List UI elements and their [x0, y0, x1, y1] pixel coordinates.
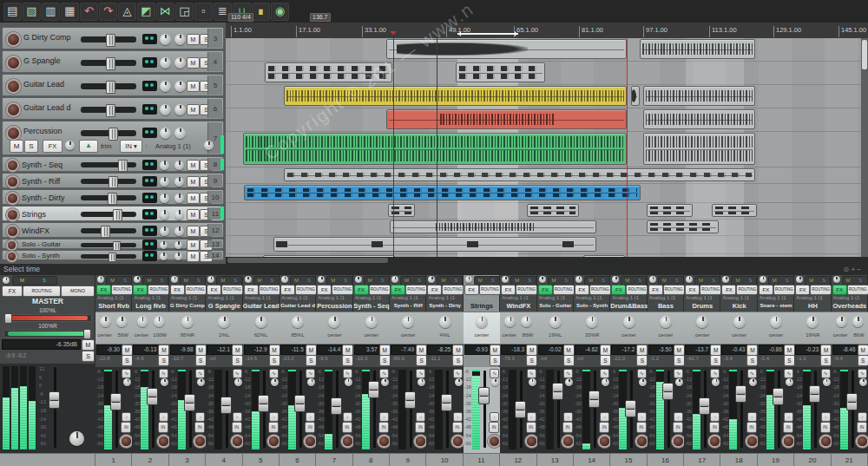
strip-solo-button[interactable]: S: [306, 355, 317, 366]
width-knob[interactable]: [174, 128, 186, 139]
width-knob[interactable]: [174, 226, 184, 236]
pan-knob[interactable]: [160, 177, 169, 187]
strip-fader-track[interactable]: [740, 371, 743, 448]
strip-fader-cap[interactable]: [258, 395, 269, 412]
mixer-strip-overheads[interactable]: MSFXROUTINGAnalog 1 (1Overheadscenter86W…: [832, 275, 868, 466]
strip-trim-button[interactable]: ∿: [379, 369, 389, 378]
strip-input-mode-button[interactable]: IN: [452, 422, 463, 433]
track-volume-slider[interactable]: [81, 243, 136, 247]
pan-knob[interactable]: [160, 34, 171, 45]
strip-input-label[interactable]: Analog 1 (1: [796, 295, 829, 300]
master-fader-cap[interactable]: [49, 391, 60, 409]
strip-record-arm-button[interactable]: [527, 436, 536, 446]
width-knob[interactable]: [174, 34, 186, 45]
strip-fader-cap[interactable]: [441, 394, 452, 411]
strip-routing-button[interactable]: ROUTING: [295, 285, 317, 295]
strip-routing-button[interactable]: ROUTING: [479, 285, 501, 295]
mute-button[interactable]: M: [187, 160, 200, 171]
strip-input-mode-button[interactable]: IN: [342, 422, 352, 433]
strip-routing-button[interactable]: ROUTING: [810, 285, 832, 295]
strip-env-button[interactable]: [796, 276, 803, 283]
strip-record-arm-button[interactable]: [159, 436, 168, 446]
routing-button[interactable]: [142, 240, 157, 250]
strip-input-mode-button[interactable]: IN: [636, 422, 647, 433]
routing-button[interactable]: [142, 128, 157, 138]
perc-fx-chain-button[interactable]: ▲: [79, 140, 98, 153]
master-pan-right-thumb[interactable]: [83, 329, 91, 339]
routing-button[interactable]: [142, 104, 157, 115]
strip-record-arm-button[interactable]: [637, 436, 647, 446]
strip-routing-button[interactable]: ROUTING: [700, 285, 721, 295]
pan-knob[interactable]: [504, 316, 516, 327]
strip-env-button[interactable]: [760, 276, 766, 283]
pan-knob[interactable]: [365, 316, 378, 328]
strip-input-label[interactable]: Analog 1 (1: [171, 295, 204, 300]
pan-knob[interactable]: [292, 316, 304, 328]
media-item[interactable]: [244, 185, 641, 200]
media-item[interactable]: [631, 86, 640, 106]
perc-input-dropdown[interactable]: [204, 141, 214, 150]
strip-fader-cap[interactable]: [662, 383, 674, 400]
strip-trim-button[interactable]: ∿: [527, 369, 536, 378]
strip-fader-cap[interactable]: [589, 391, 600, 408]
strip-env-button[interactable]: [97, 276, 104, 283]
strip-record-arm-button[interactable]: [122, 436, 131, 446]
master-solo-button[interactable]: S: [82, 351, 95, 362]
mixer-strip-percussion[interactable]: MSFXROUTINGAnalog 1 (1Percussioncenter-1…: [316, 275, 352, 466]
strip-phase-button[interactable]: [859, 378, 867, 386]
mute-button[interactable]: M: [187, 81, 200, 92]
strip-route-arrow-button[interactable]: ›: [159, 412, 168, 422]
strip-trim-button[interactable]: ∿: [159, 369, 168, 378]
strip-record-arm-button[interactable]: [306, 436, 315, 446]
media-item[interactable]: [273, 237, 596, 252]
strip-trim-button[interactable]: ∿: [306, 369, 315, 378]
strip-input-label[interactable]: Analog 1 (1: [649, 295, 682, 300]
strip-input-mode-button[interactable]: IN: [709, 422, 720, 433]
strip-fx-button[interactable]: FX: [354, 285, 369, 295]
crossfade-icon[interactable]: ⋈: [156, 3, 174, 21]
strip-env-button[interactable]: [649, 276, 656, 283]
strip-phase-button[interactable]: [123, 378, 131, 386]
strip-route-arrow-button[interactable]: ›: [784, 412, 793, 422]
strip-env-button[interactable]: [612, 276, 619, 283]
track-volume-thumb[interactable]: [106, 57, 115, 70]
render-project-icon[interactable]: ▦: [61, 3, 79, 21]
mixer-strip-bass[interactable]: MSFXROUTINGAnalog 1 (1Basscenter-3.50M-1…: [648, 275, 684, 466]
media-item[interactable]: [386, 109, 627, 129]
mouse-modifier-icon[interactable]: ◲: [175, 3, 194, 21]
width-knob[interactable]: [174, 210, 184, 220]
pan-knob[interactable]: [660, 316, 672, 328]
strip-solo-button[interactable]: S: [820, 355, 832, 366]
strip-route-arrow-button[interactable]: ›: [858, 412, 867, 422]
mixer-strip-synth-seq[interactable]: MSFXROUTINGAnalog 1 (1Synth - Seqcenter3…: [353, 275, 390, 466]
pan-knob[interactable]: [836, 316, 847, 327]
timeline-ruler[interactable]: 1.1.0017.1.0033.1.0049.1.0065.1.0081.1.0…: [226, 23, 868, 39]
record-arm-button[interactable]: [8, 253, 16, 260]
strip-fx-button[interactable]: FX: [538, 285, 553, 295]
strip-env-button[interactable]: [171, 276, 178, 283]
track-volume-thumb[interactable]: [106, 34, 115, 47]
pan-knob[interactable]: [160, 161, 169, 170]
strip-route-arrow-button[interactable]: ›: [343, 412, 352, 422]
strip-solo-button[interactable]: S: [490, 355, 501, 366]
pan-knob[interactable]: [181, 316, 194, 328]
mute-button[interactable]: M: [187, 176, 200, 187]
mixer-strip-kick[interactable]: MSFXROUTINGAnalog 1 (1Kickcenter-0.43M-3…: [720, 275, 757, 466]
strip-env-button[interactable]: [391, 276, 398, 283]
strip-env-button[interactable]: [428, 276, 435, 283]
strip-env-button[interactable]: [207, 276, 214, 283]
strip-input-label[interactable]: Analog 1 (1: [465, 295, 498, 300]
strip-fx-button[interactable]: FX: [685, 285, 700, 295]
strip-fader-track[interactable]: [483, 371, 486, 448]
strip-input-label[interactable]: Analog 1 (1: [97, 295, 130, 300]
track-volume-thumb[interactable]: [108, 176, 118, 188]
strip-record-arm-button[interactable]: [453, 436, 463, 446]
strip-record-arm-button[interactable]: [747, 436, 757, 446]
strip-route-arrow-button[interactable]: ›: [747, 412, 757, 422]
strip-route-arrow-button[interactable]: ›: [710, 412, 720, 422]
track-volume-thumb[interactable]: [108, 253, 116, 262]
strip-input-label[interactable]: Analog 1 (1: [134, 295, 167, 300]
track-volume-slider[interactable]: [81, 179, 136, 184]
media-item[interactable]: [456, 62, 545, 82]
strip-solo-button[interactable]: S: [858, 355, 868, 366]
